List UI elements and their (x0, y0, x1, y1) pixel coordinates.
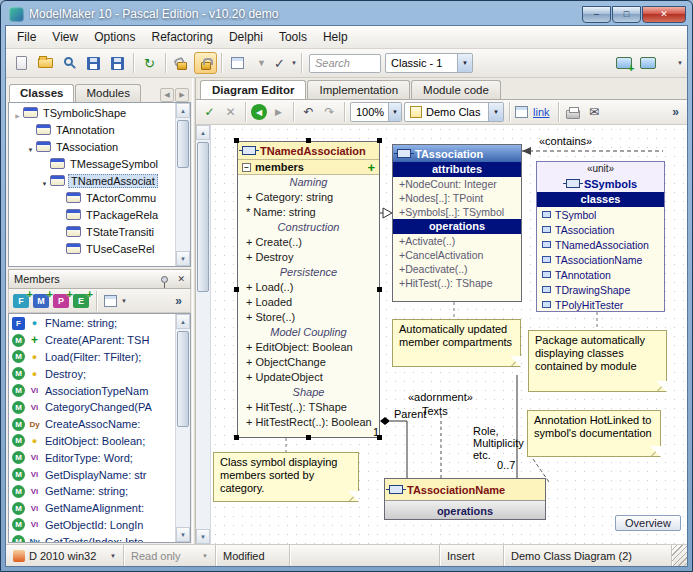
tab-classes[interactable]: Classes (9, 84, 74, 102)
selection-handle[interactable] (234, 138, 239, 143)
tab-scroll-left-icon[interactable]: ◀ (160, 88, 174, 102)
member-row[interactable]: M EditObject: Boolean; (9, 433, 175, 450)
member-entry[interactable]: + ObjectChange (238, 355, 379, 370)
member-entry[interactable]: + Category: string (238, 190, 379, 205)
menu-item[interactable]: Options (86, 27, 143, 47)
tree-item[interactable]: TMessageSymbol (9, 155, 175, 172)
tree-scrollbar[interactable]: ▲ ▼ (175, 103, 190, 266)
member-entry[interactable]: + HitTest(..): TShape (238, 400, 379, 415)
members-scrollbar[interactable]: ▲ ▼ (175, 314, 190, 542)
unit-class-entry[interactable]: TNamedAssociation (537, 237, 664, 252)
member-row[interactable]: M CategoryChanged(PA (9, 399, 175, 416)
chevron-down-icon[interactable]: ▼ (110, 553, 116, 559)
member-entry[interactable]: * Name: string (238, 205, 379, 220)
member-entry[interactable]: Naming (238, 175, 379, 190)
note-symbol[interactable]: Class symbol displaying members sorted b… (213, 452, 359, 502)
scroll-thumb[interactable] (197, 142, 209, 292)
open-model-icon[interactable] (34, 52, 57, 74)
zoom-combo[interactable]: 100% ▼ (350, 102, 402, 122)
tree-expander-icon[interactable] (25, 138, 36, 156)
save-icon[interactable] (82, 52, 105, 74)
search-input[interactable] (309, 54, 381, 73)
class-symbol-tassociationname[interactable]: TAssociationName operations (384, 478, 546, 520)
add-property-button[interactable]: P (53, 294, 69, 308)
unlock-icon[interactable] (170, 52, 193, 74)
operation-entry[interactable]: +Deactivate(..) (393, 262, 521, 276)
new-model-icon[interactable] (10, 52, 33, 74)
tree-item[interactable]: TPackageRela (9, 206, 175, 223)
tab-implementation[interactable]: Implementation (307, 80, 410, 99)
tree-item[interactable]: TUseCaseRel (9, 240, 175, 257)
minimize-button[interactable]: – (582, 6, 611, 23)
class-symbol-tassociation[interactable]: TAssociation attributes +NodeCount: Inte… (392, 144, 522, 302)
add-event-button[interactable]: E (73, 294, 89, 308)
member-entry[interactable]: + Store(..) (238, 310, 379, 325)
tree-item[interactable]: TActorCommu (9, 189, 175, 206)
member-entry[interactable]: Model Coupling (238, 325, 379, 340)
close-panel-icon[interactable]: ✕ (177, 274, 185, 284)
member-row[interactable]: M Create(AParent: TSH (9, 332, 175, 349)
class-symbol-tnamedassociation[interactable]: TNamedAssociation − members + Naming (237, 141, 380, 438)
chevron-down-icon[interactable]: ▼ (121, 298, 127, 304)
attributes-compartment-header[interactable]: attributes (393, 162, 521, 177)
diagram-canvas[interactable]: TNamedAssociation − members + Naming (211, 125, 687, 544)
unit-class-entry[interactable]: TDrawingShape (537, 282, 664, 297)
print-icon[interactable] (564, 103, 583, 122)
member-row[interactable]: M AssociationTypeNam (9, 382, 175, 399)
scroll-thumb[interactable] (177, 331, 189, 427)
unit-class-entry[interactable]: TSymbol (537, 207, 664, 222)
unit-class-entry[interactable]: TAssociationName (537, 252, 664, 267)
operation-entry[interactable]: +CancelActivation (393, 248, 521, 262)
tree-item[interactable]: TNamedAssociat (9, 172, 175, 189)
member-entry[interactable]: Persistence (238, 265, 379, 280)
member-row[interactable]: M Load(Filter: TFilter); (9, 349, 175, 366)
unit-symbol-header[interactable]: SSymbols (537, 175, 664, 192)
navigate-back-icon[interactable]: ◀ (251, 104, 267, 120)
member-entry[interactable]: + EditObject: Boolean (238, 340, 379, 355)
target-platform-segment[interactable]: D 2010 win32 ▼ (6, 545, 124, 566)
resize-grip[interactable] (672, 545, 687, 566)
pin-icon[interactable] (161, 276, 168, 283)
tab-scroll-right-icon[interactable]: ▶ (175, 88, 189, 102)
scroll-down-icon[interactable]: ▼ (176, 251, 190, 266)
add-view-icon[interactable] (612, 52, 635, 74)
member-view-options-icon[interactable] (104, 295, 117, 307)
chevron-down-icon[interactable]: ▼ (488, 103, 503, 121)
selection-handle[interactable] (377, 435, 382, 440)
visibility-options-icon[interactable] (515, 106, 528, 118)
member-row[interactable]: F FName: string; (9, 315, 175, 332)
member-row[interactable]: M EditorType: Word; (9, 449, 175, 466)
add-method-button[interactable]: M (33, 294, 49, 308)
tree-expander-icon[interactable] (39, 172, 50, 190)
maximize-button[interactable]: □ (612, 6, 641, 23)
readonly-segment[interactable]: Read only ▼ (124, 545, 216, 566)
menu-item[interactable]: Help (315, 27, 356, 47)
attribute-entry[interactable]: +Nodes[..]: TPoint (393, 191, 521, 205)
menu-item[interactable]: File (9, 27, 44, 47)
members-toolbar-overflow-icon[interactable]: » (171, 294, 186, 308)
scroll-up-icon[interactable]: ▲ (176, 103, 190, 118)
add-member-icon[interactable]: + (367, 160, 375, 175)
unit-class-entry[interactable]: TAnnotation (537, 267, 664, 282)
collapse-icon[interactable]: − (242, 163, 251, 172)
tree-expander-icon[interactable] (12, 104, 23, 122)
lock-icon[interactable] (194, 52, 217, 74)
classes-compartment-header[interactable]: classes (537, 192, 664, 207)
note-symbol[interactable]: Package automatically displaying classes… (528, 330, 667, 392)
member-entry[interactable]: + Load(..) (238, 280, 379, 295)
scroll-thumb[interactable] (177, 120, 189, 168)
add-field-button[interactable]: F (13, 294, 29, 308)
member-row[interactable]: M GetDisplayName: str (9, 466, 175, 483)
member-row[interactable]: M GetName: string; (9, 483, 175, 500)
menu-item[interactable]: Refactoring (144, 27, 221, 47)
class-symbol-header[interactable]: TNamedAssociation (238, 142, 379, 159)
tab-module-code[interactable]: Module code (411, 80, 501, 99)
operations-compartment-header[interactable]: operations (385, 500, 545, 520)
member-entry[interactable]: + UpdateObject (238, 370, 379, 385)
diagram-toolbar-overflow-icon[interactable]: » (668, 105, 683, 119)
chevron-down-icon[interactable]: ▼ (457, 54, 472, 72)
scroll-down-icon[interactable]: ▼ (176, 527, 190, 542)
class-symbol-header[interactable]: TAssociationName (385, 479, 545, 500)
apply-icon[interactable]: ✓ (200, 103, 219, 122)
member-row[interactable]: M GetNameAlignment: (9, 500, 175, 517)
